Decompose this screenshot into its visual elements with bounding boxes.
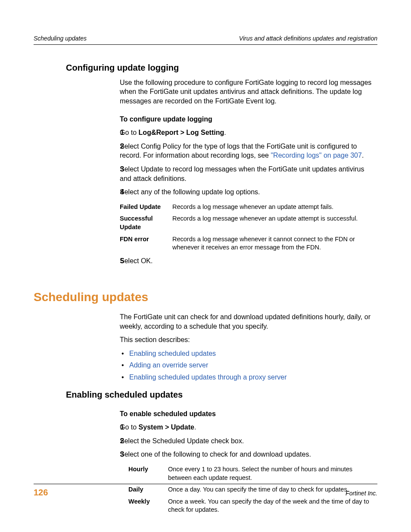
table-row: Successful Update Records a log message … bbox=[120, 213, 377, 233]
table-row: Hourly Once every 1 to 23 hours. Select … bbox=[128, 464, 377, 484]
step-number: 3 bbox=[107, 165, 124, 174]
desc: Once a week. You can specify the day of … bbox=[168, 496, 377, 516]
menu-path: System > Update bbox=[139, 423, 194, 431]
heading-enabling-scheduled-updates: Enabling scheduled updates bbox=[66, 389, 377, 401]
desc: Once every 1 to 23 hours. Select the num… bbox=[168, 464, 377, 484]
page-number: 126 bbox=[34, 487, 48, 498]
procedure-title: To enable scheduled updates bbox=[120, 409, 377, 419]
term-fdn-error: FDN error bbox=[120, 233, 172, 254]
section1-steps: 1 Go to Log&Report > Log Setting. 2 Sele… bbox=[120, 128, 377, 265]
section3-body: To enable scheduled updates bbox=[120, 409, 377, 419]
section1-intro: Use the following procedure to configure… bbox=[120, 78, 377, 124]
step-text: Select Update to record log messages whe… bbox=[120, 165, 364, 182]
term-hourly: Hourly bbox=[128, 464, 168, 484]
section3-steps: 1 Go to System > Update. 2 Select the Sc… bbox=[120, 423, 377, 516]
step-2: 2 Select Config Policy for the type of l… bbox=[120, 142, 377, 160]
step-text: Select OK. bbox=[120, 257, 153, 264]
step-3: 3 Select one of the following to check f… bbox=[120, 450, 377, 459]
log-options-table: Failed Update Records a log message when… bbox=[120, 201, 377, 254]
step-3: 3 Select Update to record log messages w… bbox=[120, 165, 377, 183]
table-row: FDN error Records a log message whenever… bbox=[120, 233, 377, 254]
step-text: Select the Scheduled Update check box. bbox=[120, 437, 244, 445]
footer-company: Fortinet Inc. bbox=[346, 489, 377, 498]
step-number: 1 bbox=[107, 423, 124, 432]
term-weekly: Weekly bbox=[128, 496, 168, 516]
link-adding-override-server[interactable]: Adding an override server bbox=[129, 361, 208, 369]
step-number: 5 bbox=[107, 256, 124, 266]
table-row: Failed Update Records a log message when… bbox=[120, 201, 377, 213]
desc: Records a log message whenever an update… bbox=[172, 201, 377, 213]
link-recording-logs[interactable]: "Recording logs" on page 307 bbox=[271, 152, 362, 159]
step-number: 2 bbox=[107, 142, 124, 151]
step-number: 1 bbox=[107, 128, 124, 137]
step-2: 2 Select the Scheduled Update check box. bbox=[120, 436, 377, 446]
menu-path: Log&Report > Log Setting bbox=[139, 129, 224, 136]
intro-text-2: This section describes: bbox=[120, 335, 377, 345]
procedure-title: To configure update logging bbox=[120, 115, 377, 124]
intro-text: The FortiGate unit can check for and dow… bbox=[120, 312, 377, 331]
step-number: 4 bbox=[107, 187, 124, 197]
step-text-tail: . bbox=[194, 423, 196, 431]
desc: Records a log message whenever an update… bbox=[172, 213, 377, 233]
desc: Records a log message whenever it cannot… bbox=[172, 233, 377, 254]
list-item: Enabling scheduled updates through a pro… bbox=[120, 373, 377, 382]
step-text: Select any of the following update log o… bbox=[120, 188, 260, 196]
step-text-tail: . bbox=[224, 129, 226, 136]
step-number: 3 bbox=[107, 450, 124, 459]
heading-configuring-update-logging: Configuring update logging bbox=[66, 62, 377, 74]
term-successful-update: Successful Update bbox=[120, 213, 172, 233]
step-text-tail: . bbox=[362, 152, 364, 159]
intro-text: Use the following procedure to configure… bbox=[120, 78, 377, 106]
heading-scheduling-updates: Scheduling updates bbox=[34, 289, 377, 305]
step-number: 2 bbox=[107, 436, 124, 446]
step-text: Select one of the following to check for… bbox=[120, 451, 311, 458]
section2-body: The FortiGate unit can check for and dow… bbox=[120, 312, 377, 382]
bullet-list: Enabling scheduled updates Adding an ove… bbox=[120, 349, 377, 382]
header-right: Virus and attack definitions updates and… bbox=[239, 34, 377, 43]
table-row: Weekly Once a week. You can specify the … bbox=[128, 496, 377, 516]
step-4: 4 Select any of the following update log… bbox=[120, 187, 377, 197]
page-footer: 126 Fortinet Inc. bbox=[34, 484, 377, 498]
running-header: Scheduling updates Virus and attack defi… bbox=[34, 34, 377, 45]
list-item: Adding an override server bbox=[120, 361, 377, 370]
page: Scheduling updates Virus and attack defi… bbox=[0, 0, 411, 532]
link-enabling-scheduled-updates[interactable]: Enabling scheduled updates bbox=[129, 350, 216, 357]
term-failed-update: Failed Update bbox=[120, 201, 172, 213]
header-left: Scheduling updates bbox=[34, 34, 87, 43]
link-enabling-through-proxy[interactable]: Enabling scheduled updates through a pro… bbox=[129, 373, 287, 381]
step-1: 1 Go to System > Update. bbox=[120, 423, 377, 432]
step-1: 1 Go to Log&Report > Log Setting. bbox=[120, 128, 377, 137]
list-item: Enabling scheduled updates bbox=[120, 349, 377, 358]
step-5: 5 Select OK. bbox=[120, 256, 377, 266]
